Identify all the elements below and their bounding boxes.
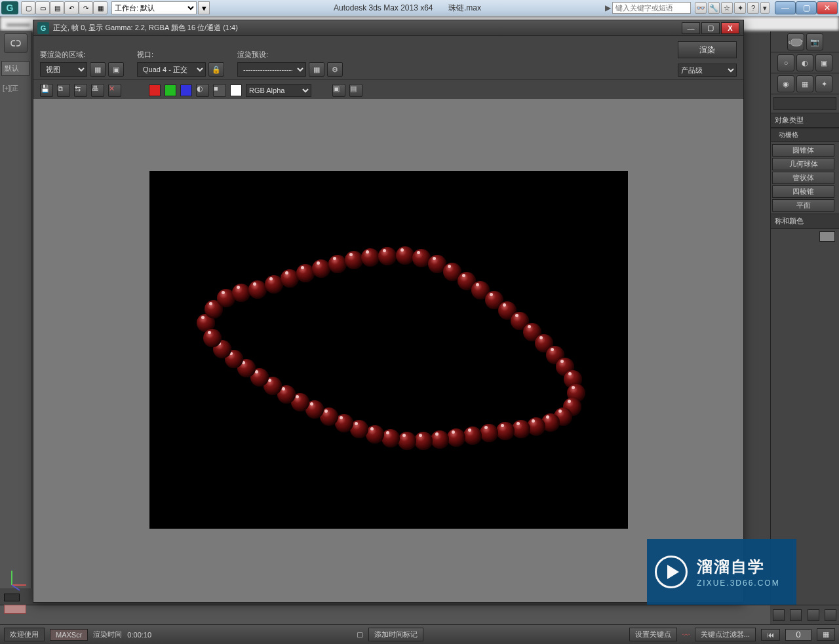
goto-start-icon[interactable]: ⏮	[761, 629, 780, 641]
script-tab[interactable]: MAXScr	[50, 629, 88, 641]
necklace-bead	[381, 429, 400, 447]
render-app-icon: G	[37, 22, 49, 34]
set-key-button[interactable]: 设置关键点	[629, 628, 677, 641]
systems-tab-icon[interactable]: ✦	[815, 75, 832, 92]
print-icon[interactable]: 🖶	[91, 84, 104, 97]
necklace-bead	[431, 430, 449, 449]
help-icon[interactable]: ?	[747, 2, 759, 14]
blue-channel-icon[interactable]	[180, 85, 192, 96]
redo-icon[interactable]: ↷	[79, 1, 93, 14]
plane-button[interactable]: 平面	[772, 199, 834, 212]
mono-channel-icon[interactable]: ■	[213, 84, 226, 97]
channel-select[interactable]: RGB Alpha	[246, 84, 311, 97]
preset-select[interactable]: -------------------------	[237, 62, 306, 77]
area-edit-icon[interactable]: ▦	[90, 62, 106, 77]
clear-icon[interactable]: ✕	[108, 84, 121, 97]
binoculars-icon[interactable]: 👓	[695, 2, 707, 14]
alpha-channel-icon[interactable]: ◐	[196, 84, 209, 97]
star-icon[interactable]: ☆	[721, 2, 733, 14]
favorite-icon[interactable]: ✦	[734, 2, 746, 14]
key-toggle-icon[interactable]: 〰	[682, 631, 690, 639]
left-tab-default[interactable]: 默认	[1, 61, 29, 76]
render-title-text: 正交, 帧 0, 显示 Gamma: 2.2, RGBA 颜色 16 位/通道 …	[53, 23, 682, 33]
geometry-tab-icon[interactable]: ○	[777, 54, 794, 71]
lock-viewport-icon[interactable]: 🔒	[208, 62, 224, 77]
time-tag-icon[interactable]: ▢	[357, 630, 363, 639]
save-icon[interactable]: ▤	[50, 1, 64, 14]
workspace-selector[interactable]: 工作台: 默认	[111, 1, 197, 14]
maximize-viewport-icon[interactable]	[825, 609, 836, 621]
status-bar: 欢迎使用 MAXScr 渲染时间 0:00:10 ▢ 添加时间标记 设置关键点 …	[0, 624, 839, 644]
render-canvas-area	[33, 99, 743, 602]
teapot-icon[interactable]	[787, 33, 804, 50]
mini-track-icon[interactable]	[4, 594, 20, 601]
search-input[interactable]	[612, 2, 691, 14]
geosphere-button[interactable]: 几何球体	[772, 158, 834, 170]
mini-track-bar[interactable]	[4, 605, 26, 614]
green-channel-icon[interactable]	[165, 85, 176, 96]
red-channel-icon[interactable]	[149, 85, 161, 96]
add-time-tag-button[interactable]: 添加时间标记	[368, 628, 423, 641]
clone-frame-icon[interactable]: ⧉	[57, 84, 70, 97]
necklace-bead	[378, 247, 397, 265]
watermark-line2: ZIXUE.3D66.COM	[697, 578, 780, 588]
pyramid-button[interactable]: 四棱锥	[772, 185, 834, 198]
zoom-icon[interactable]	[790, 609, 802, 621]
object-color-swatch[interactable]	[819, 231, 835, 242]
create-tabs-2[interactable]: ◉ ▦ ✦	[771, 73, 839, 94]
area-select[interactable]: 视图	[40, 62, 87, 77]
helpers-tab-icon[interactable]: ▦	[796, 75, 813, 92]
key-filters-button[interactable]: 关键点过滤器...	[695, 628, 756, 641]
dropdown-icon[interactable]: ▾	[760, 2, 770, 14]
render-setup-icon2[interactable]: ▦	[309, 62, 324, 77]
undo-icon[interactable]: ↶	[64, 1, 79, 14]
necklace-bead	[345, 251, 363, 269]
area-auto-icon[interactable]: ▣	[108, 62, 124, 77]
render-mode-select[interactable]: 产品级	[678, 64, 737, 77]
orbit-icon[interactable]	[808, 609, 819, 621]
render-setup-icon[interactable]: 📷	[806, 33, 823, 50]
watermark-line1: 溜溜自学	[697, 556, 780, 577]
overlay-b-icon[interactable]: ▤	[349, 84, 362, 97]
render-maximize-button[interactable]: ▢	[701, 22, 720, 34]
viewport-select[interactable]: Quad 4 - 正交	[137, 62, 206, 77]
tube-button[interactable]: 管状体	[772, 172, 834, 184]
bg-white-icon[interactable]	[230, 85, 242, 96]
svg-line-2	[12, 585, 20, 590]
necklace-bead	[480, 424, 498, 442]
necklace-bead	[328, 255, 347, 273]
render-toolbar-row1: 要渲染的区域: 视图 ▦ ▣ 视口: Quad 4 - 正交 🔒 渲染预设: -…	[33, 36, 743, 79]
shapes-tab-icon[interactable]: ◐	[796, 54, 813, 71]
new-file-icon[interactable]: ▢	[21, 1, 35, 14]
compare-icon[interactable]: ⇆	[74, 84, 87, 97]
cone-button[interactable]: 圆锥体	[772, 144, 834, 157]
wrench-icon[interactable]: 🔧	[708, 2, 720, 14]
cameras-tab-icon[interactable]: ◉	[777, 75, 794, 92]
time-config-icon[interactable]: ▦	[817, 628, 835, 641]
area-label: 要渲染的区域:	[40, 50, 124, 60]
os-close-button[interactable]: ✕	[817, 1, 838, 14]
os-maximize-button[interactable]: ▢	[796, 1, 817, 14]
workspace-menu-button[interactable]: ▾	[198, 1, 210, 14]
overlay-a-icon[interactable]: ▣	[332, 84, 345, 97]
lights-tab-icon[interactable]: ▣	[815, 54, 832, 71]
pan-icon[interactable]	[773, 609, 785, 621]
frame-input[interactable]	[785, 629, 811, 641]
os-minimize-button[interactable]: —	[775, 1, 796, 14]
left-toolbar: 默认 [+][正	[0, 31, 31, 588]
render-close-button[interactable]: X	[721, 22, 739, 34]
environment-icon[interactable]: ⚙	[327, 62, 343, 77]
render-button[interactable]: 渲染	[678, 41, 737, 58]
command-panel: 📷 ○ ◐ ▣ ◉ ▦ ✦ 对象类型 动栅格 圆锥体 几何球体 管状体 四棱锥 …	[770, 31, 839, 605]
open-file-icon[interactable]: ▭	[35, 1, 50, 14]
geometry-type-dropdown[interactable]	[773, 97, 836, 110]
link-icon[interactable]: ▦	[93, 1, 107, 14]
render-title-bar[interactable]: G 正交, 帧 0, 显示 Gamma: 2.2, RGBA 颜色 16 位/通…	[33, 20, 743, 36]
timeline[interactable]	[0, 605, 770, 624]
render-minimize-button[interactable]: —	[682, 22, 700, 34]
save-image-icon[interactable]: 💾	[40, 84, 53, 97]
create-tabs[interactable]: ○ ◐ ▣	[771, 52, 839, 73]
necklace-bead	[232, 284, 250, 302]
app-logo-icon: G	[1, 1, 18, 14]
link-tool-icon[interactable]	[4, 33, 28, 53]
